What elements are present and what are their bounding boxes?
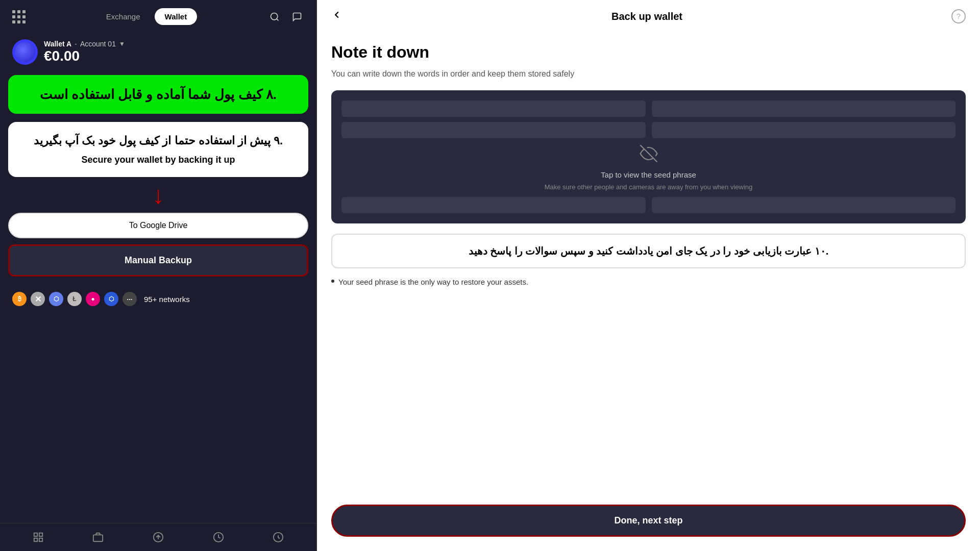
eye-hidden-icon [640,144,658,166]
exchange-tab[interactable]: Exchange [96,8,151,25]
nav-tabs: Exchange Wallet [96,8,197,25]
wallet-account-text: Account 01 [80,40,116,48]
help-button[interactable]: ? [951,9,966,23]
wallet-header: Wallet A - Account 01 ▼ €0.00 [0,33,316,71]
svg-rect-5 [93,535,103,541]
bottom-btn-row: Done, next step [317,496,980,551]
tap-to-view-text: Tap to view the seed phrase [601,170,696,179]
chat-icon[interactable] [290,10,304,24]
page-title: Back up wallet [611,11,682,22]
tap-warning-text: Make sure other people and cameras are a… [545,183,753,191]
persian-callout-text: .۱۰ عبارت بازیابی خود را در یک جای امن ی… [342,243,954,259]
left-panel: Exchange Wallet Wallet A - A [0,0,316,551]
right-content: Note it down You can write down the word… [317,33,980,496]
networks-label: 95+ networks [144,295,190,304]
bottom-nav-send[interactable] [153,532,164,543]
top-nav: Exchange Wallet [0,0,316,33]
bullet-list: Your seed phrase is the only way to rest… [331,272,966,295]
backup-persian-text: .۹ پیش از استفاده حتما از کیف پول خود بک… [20,132,296,149]
wallet-info: Wallet A - Account 01 ▼ €0.00 [44,40,125,64]
bottom-nav-activity[interactable] [213,532,224,543]
xrp-icon: ✕ [31,292,45,306]
green-banner: .۸ کیف پول شما آماده و قابل استفاده است [8,75,308,114]
seed-row-2 [341,122,955,138]
bottom-nav-settings[interactable] [273,532,284,543]
bottom-nav [0,523,316,551]
seed-row-3 [341,197,955,213]
seed-pill-5 [341,197,646,213]
right-panel: Back up wallet ? Note it down You can wr… [317,0,980,551]
avatar [12,39,38,65]
ltc-icon: Ł [67,292,82,306]
seed-pill-1 [341,101,646,117]
eye-container: Tap to view the seed phrase Make sure ot… [341,138,955,197]
seed-rows-bottom [341,197,955,213]
wallet-dash: - [75,40,77,48]
secure-wallet-text: Secure your wallet by backing it up [20,153,296,167]
svg-point-0 [271,13,278,19]
eth-icon: ⬡ [49,292,63,306]
wallet-balance: €0.00 [44,48,125,64]
seed-phrase-box[interactable]: Tap to view the seed phrase Make sure ot… [331,90,966,223]
note-title: Note it down [331,43,966,62]
wallet-name: Wallet A - Account 01 ▼ [44,40,125,48]
svg-rect-2 [39,533,42,536]
svg-rect-4 [39,538,42,541]
nav-icons [267,10,304,24]
persian-callout: .۱۰ عبارت بازیابی خود را در یک جای امن ی… [331,234,966,268]
red-arrow-icon: ↓ [152,183,164,208]
seed-pill-3 [341,122,646,138]
note-subtitle: You can write down the words in order an… [331,68,966,80]
bottom-nav-home[interactable] [33,532,44,543]
chevron-down-icon[interactable]: ▼ [119,40,125,47]
green-banner-text: .۸ کیف پول شما آماده و قابل استفاده است [20,85,296,104]
bullet-dot-icon [331,280,334,283]
seed-rows [341,101,955,138]
grid-menu-icon[interactable] [12,10,26,23]
bottom-nav-portfolio[interactable] [92,532,104,543]
svg-rect-3 [34,538,37,541]
bullet-item-1: Your seed phrase is the only way to rest… [331,277,966,288]
dot-icon: ● [86,292,100,306]
seed-pill-4 [652,122,956,138]
manual-backup-button[interactable]: Manual Backup [8,244,308,277]
wallet-name-text: Wallet A [44,40,71,48]
btc-icon: ₿ [12,292,27,306]
arrow-container: ↓ [0,183,316,208]
wallet-tab[interactable]: Wallet [155,8,198,25]
done-next-step-button[interactable]: Done, next step [331,505,966,537]
right-top-nav: Back up wallet ? [317,0,980,33]
backup-callout-box: .۹ پیش از استفاده حتما از کیف پول خود بک… [8,122,308,177]
search-icon[interactable] [267,10,282,24]
bullet-text-1: Your seed phrase is the only way to rest… [338,277,528,288]
seed-row-1 [341,101,955,117]
chainlink-icon: ⬡ [104,292,118,306]
svg-rect-1 [34,533,37,536]
to-google-button[interactable]: To Google Drive [8,213,308,238]
back-button[interactable] [331,9,342,23]
networks-bar: ₿ ✕ ⬡ Ł ● ⬡ ··· 95+ networks [0,284,316,314]
seed-pill-2 [652,101,956,117]
seed-pill-6 [652,197,956,213]
more-networks-icon[interactable]: ··· [122,292,137,306]
